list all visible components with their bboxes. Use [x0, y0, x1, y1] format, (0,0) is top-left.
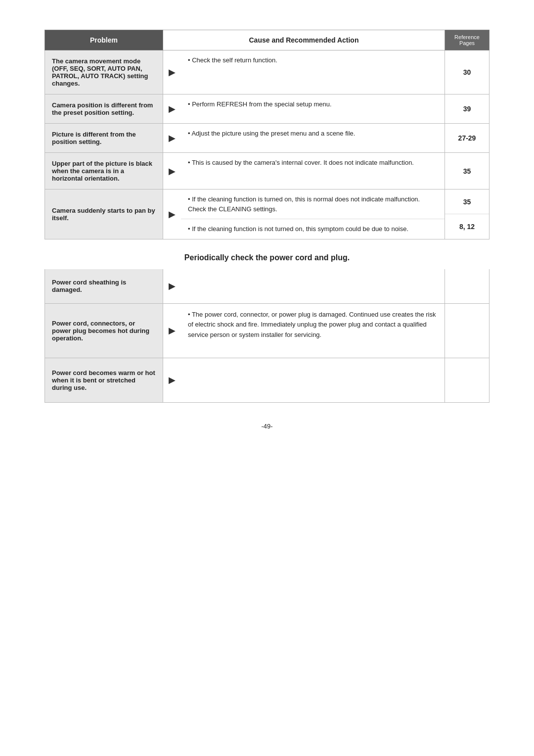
- arrow-icon: ▶: [163, 153, 181, 189]
- ref-cell: 35: [445, 153, 490, 189]
- table-row: Power cord sheathing is damaged. ▶: [44, 269, 490, 304]
- problem-text: Camera suddenly starts to pan by itself.: [52, 207, 156, 222]
- cause-text: • The power cord, connector, or power pl…: [188, 311, 436, 339]
- cause-text: • Adjust the picture using the preset me…: [188, 130, 355, 137]
- ref-header: Reference Pages: [445, 30, 490, 50]
- ref-value: 39: [463, 105, 471, 113]
- cause-item: • If the cleaning function is turned on,…: [181, 189, 445, 219]
- table-header: Problem Cause and Recommended Action Ref…: [44, 30, 490, 50]
- cause-text: • Perform REFRESH from the special setup…: [188, 100, 332, 108]
- problem-text: Power cord, connectors, or power plug be…: [52, 320, 156, 342]
- page-container: Problem Cause and Recommended Action Ref…: [44, 30, 490, 445]
- section-title-text: Periodically check the power cord and pl…: [184, 253, 350, 262]
- arrow-icon: ▶: [163, 269, 181, 304]
- problem-cell: Power cord becomes warm or hot when it i…: [44, 358, 163, 403]
- cause-cell: • Adjust the picture using the preset me…: [181, 124, 445, 153]
- ref-cell: [445, 269, 490, 304]
- cause-cell: • Perform REFRESH from the special setup…: [181, 94, 445, 124]
- cause-text: • Check the self return function.: [188, 56, 277, 64]
- ref-cell: 39: [445, 94, 490, 124]
- table-row: Camera position is different from the pr…: [44, 94, 490, 124]
- ref-value: 27-29: [458, 134, 476, 142]
- problem-text: Camera position is different from the pr…: [52, 101, 156, 116]
- table-row-merged: Camera suddenly starts to pan by itself.…: [44, 189, 490, 239]
- ref-value-top: 35: [445, 189, 489, 214]
- ref-value: 35: [463, 198, 471, 206]
- problem-cell: Camera suddenly starts to pan by itself.: [44, 189, 163, 239]
- problem-header-label: Problem: [90, 36, 118, 44]
- arrow-icon: ▶: [163, 94, 181, 124]
- ref-value: 35: [463, 167, 471, 175]
- table-row: Upper part of the picture is black when …: [44, 153, 490, 189]
- section-title: Periodically check the power cord and pl…: [44, 253, 490, 262]
- cause-header-label: Cause and Recommended Action: [249, 36, 359, 44]
- ref-cell: [445, 304, 490, 358]
- problem-cell: Power cord, connectors, or power plug be…: [44, 304, 163, 358]
- cause-cell: • Check the self return function.: [181, 50, 445, 94]
- cause-text: • If the cleaning function is not turned…: [188, 224, 408, 234]
- ref-header-label: Reference Pages: [448, 34, 486, 46]
- page-footer: -49-: [44, 423, 490, 430]
- arrow-icon: ▶: [163, 124, 181, 153]
- problem-cell: Picture is different from the position s…: [44, 124, 163, 153]
- arrow-icon: ▶: [163, 189, 181, 239]
- ref-cell: 35 8, 12: [445, 189, 490, 239]
- table-row: Power cord, connectors, or power plug be…: [44, 304, 490, 358]
- cause-cell: [181, 358, 445, 403]
- table-row: Power cord becomes warm or hot when it i…: [44, 358, 490, 403]
- problem-header: Problem: [44, 30, 163, 50]
- table-row: The camera movement mode (OFF, SEQ, SORT…: [44, 50, 490, 94]
- problem-cell: Upper part of the picture is black when …: [44, 153, 163, 189]
- problem-cell: Camera position is different from the pr…: [44, 94, 163, 124]
- ref-value: 30: [463, 68, 471, 76]
- problem-cell: The camera movement mode (OFF, SEQ, SORT…: [44, 50, 163, 94]
- cause-cell: • This is caused by the camera's interna…: [181, 153, 445, 189]
- page-number: -49-: [261, 423, 272, 430]
- problem-text: Picture is different from the position s…: [52, 131, 156, 145]
- cause-cell: • The power cord, connector, or power pl…: [181, 304, 445, 358]
- ref-cell: 30: [445, 50, 490, 94]
- arrow-icon: ▶: [163, 50, 181, 94]
- ref-cell: 27-29: [445, 124, 490, 153]
- ref-cell: [445, 358, 490, 403]
- problem-text: Power cord sheathing is damaged.: [52, 279, 156, 293]
- cause-text: • This is caused by the camera's interna…: [188, 159, 414, 166]
- arrow-icon: ▶: [163, 304, 181, 358]
- cause-cell: • If the cleaning function is turned on,…: [181, 189, 445, 239]
- cause-cell: [181, 269, 445, 304]
- ref-value-bottom: 8, 12: [445, 214, 489, 238]
- ref-value: 8, 12: [459, 223, 475, 231]
- problem-text: Upper part of the picture is black when …: [52, 160, 156, 182]
- table-row: Picture is different from the position s…: [44, 124, 490, 153]
- cause-item: • If the cleaning function is not turned…: [181, 219, 445, 239]
- problem-text: The camera movement mode (OFF, SEQ, SORT…: [52, 57, 156, 87]
- arrow-icon: ▶: [163, 358, 181, 403]
- cause-text: • If the cleaning function is turned on,…: [188, 194, 438, 214]
- problem-text: Power cord becomes warm or hot when it i…: [52, 369, 156, 391]
- cause-header: Cause and Recommended Action: [163, 30, 445, 50]
- problem-cell: Power cord sheathing is damaged.: [44, 269, 163, 304]
